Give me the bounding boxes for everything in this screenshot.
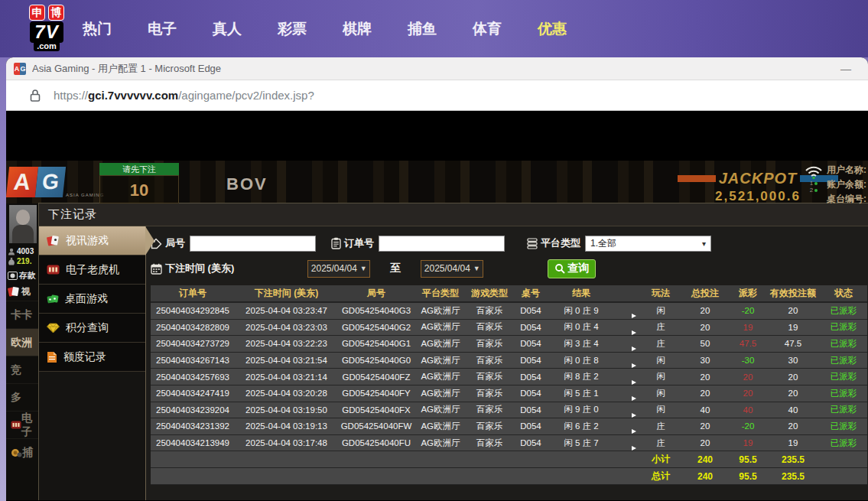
nav-item-live[interactable]: 真人 bbox=[213, 19, 242, 39]
site-logo[interactable]: 申 博 7V .com bbox=[17, 5, 76, 51]
platform-type-select[interactable]: 1.全部 ▾ bbox=[585, 236, 711, 252]
cell-game-type: 百家乐 bbox=[467, 388, 512, 399]
lobby-menu-kaka[interactable]: 卡卡 bbox=[6, 301, 38, 328]
window-title: Asia Gaming - 用户配置 1 - Microsoft Edge bbox=[32, 62, 831, 76]
cell-status: 已派彩 bbox=[820, 421, 867, 432]
lobby-balance-stat: 219. bbox=[6, 256, 38, 266]
url-prefix: https:// bbox=[54, 89, 88, 102]
cell-platform: AG欧洲厅 bbox=[414, 355, 467, 366]
cell-valid-bet: 19 bbox=[766, 323, 820, 332]
cell-status: 已派彩 bbox=[820, 438, 867, 449]
cell-valid-bet: 40 bbox=[766, 405, 820, 415]
lock-icon[interactable] bbox=[29, 89, 41, 102]
tab-points-query-label: 积分查询 bbox=[66, 321, 109, 335]
col-valid-bet: 有效投注额 bbox=[766, 287, 820, 300]
col-round: 局号 bbox=[338, 287, 414, 300]
grand-total-payout: 95.5 bbox=[730, 471, 766, 482]
nav-item-hot[interactable]: 热门 bbox=[83, 19, 112, 39]
round-number-input[interactable] bbox=[190, 236, 316, 252]
cell-round: GD054254040FY bbox=[338, 389, 414, 398]
cell-payout: 40 bbox=[730, 405, 766, 415]
cell-status: 已派彩 bbox=[820, 371, 867, 382]
lobby-users-value: 4003 bbox=[17, 247, 34, 255]
cell-platform: AG欧洲厅 bbox=[414, 305, 467, 317]
select-dropdown-arrow-icon: ▾ bbox=[702, 239, 706, 248]
lobby-menu-jing[interactable]: 竞 bbox=[6, 356, 38, 383]
cell-bet-time: 2025-04-04 03:20:28 bbox=[235, 389, 338, 398]
cell-bet-time: 2025-04-04 03:23:03 bbox=[235, 323, 338, 332]
side-menu-filler bbox=[39, 372, 145, 500]
cell-payout: 19 bbox=[730, 323, 766, 332]
tab-table-games-label: 桌面游戏 bbox=[65, 292, 108, 306]
logo-suffix: .com bbox=[34, 41, 60, 51]
cell-result: 闲 9 庄 0 bbox=[549, 404, 613, 415]
url-text[interactable]: https://gci.7vvvvvv.com/agingame/pcv2/in… bbox=[54, 89, 314, 102]
grand-total-label: 总计 bbox=[641, 470, 681, 483]
cell-bet-time: 2025-04-04 03:21:14 bbox=[235, 372, 338, 382]
tab-table-games[interactable]: 桌面游戏 bbox=[39, 285, 145, 314]
nav-item-lottery[interactable]: 彩票 bbox=[278, 19, 307, 39]
cell-play-type: 闲 bbox=[641, 305, 681, 317]
clipboard-icon bbox=[331, 237, 341, 249]
date-to-picker[interactable]: 2025/04/04 ▼ bbox=[421, 260, 483, 278]
cell-status: 已派彩 bbox=[820, 355, 867, 366]
cell-result: 闲 5 庄 1 bbox=[549, 388, 613, 399]
cell-total-bet: 20 bbox=[681, 323, 730, 332]
cell-valid-bet: 20 bbox=[766, 421, 820, 431]
wifi-icon bbox=[804, 164, 824, 180]
lobby-deposit-button[interactable]: 存款 bbox=[6, 268, 38, 282]
lobby-menu-fishing[interactable]: 捕 bbox=[6, 438, 38, 466]
lobby-menu-europe[interactable]: 欧洲 bbox=[6, 328, 38, 356]
calendar-icon bbox=[151, 263, 162, 275]
lobby-video-tab[interactable]: 视 bbox=[6, 282, 38, 301]
lobby-menu-duo[interactable]: 多 bbox=[6, 383, 38, 411]
cell-bet-time: 2025-04-04 03:19:13 bbox=[235, 421, 338, 431]
lobby-menu-slots[interactable]: 电子 bbox=[6, 411, 38, 438]
minimize-button[interactable]: — bbox=[831, 63, 860, 75]
date-range-to-label: 至 bbox=[390, 262, 401, 275]
tab-slot-machines[interactable]: 电子老虎机 bbox=[39, 255, 145, 285]
nav-item-fishing[interactable]: 捕鱼 bbox=[408, 19, 437, 39]
col-game-type: 游戏类型 bbox=[467, 287, 512, 300]
col-platform: 平台类型 bbox=[414, 287, 467, 300]
date-from-picker[interactable]: 2025/04/04 ▼ bbox=[307, 260, 370, 278]
cell-order: 250404034213949 bbox=[151, 438, 235, 447]
gem-icon bbox=[47, 323, 60, 333]
cell-status: 已派彩 bbox=[820, 305, 867, 317]
nav-item-promos[interactable]: 优惠 bbox=[538, 19, 567, 39]
cell-bet-time: 2025-04-04 03:23:47 bbox=[235, 306, 338, 315]
cell-order: 250404034231392 bbox=[151, 421, 235, 431]
avatar[interactable] bbox=[9, 205, 37, 243]
cell-order: 250404034267143 bbox=[151, 356, 235, 365]
cell-total-bet: 20 bbox=[681, 421, 730, 431]
cell-table: D054 bbox=[512, 421, 549, 431]
logo-badge-2: 博 bbox=[48, 5, 64, 21]
bet-time-label: 下注时间 (美东) bbox=[151, 262, 234, 275]
cell-total-bet: 20 bbox=[681, 306, 730, 315]
nav-item-boardgames[interactable]: 棋牌 bbox=[343, 19, 372, 39]
cell-game-type: 百家乐 bbox=[467, 305, 512, 317]
cell-table: D054 bbox=[512, 339, 549, 348]
col-play-type: 玩法 bbox=[641, 287, 681, 300]
tab-quota-records[interactable]: 额度记录 bbox=[39, 343, 145, 372]
order-number-input[interactable] bbox=[379, 236, 505, 252]
cell-round: GD054254040FX bbox=[338, 405, 414, 415]
search-button[interactable]: 查询 bbox=[548, 259, 596, 278]
browser-urlbar[interactable]: https://gci.7vvvvvv.com/agingame/pcv2/in… bbox=[6, 80, 868, 111]
cell-play-type: 庄 bbox=[641, 421, 681, 432]
cell-table: D054 bbox=[512, 356, 549, 365]
logo-badge-1: 申 bbox=[29, 5, 45, 21]
cell-order: 250404034282809 bbox=[151, 323, 235, 332]
cell-game-type: 百家乐 bbox=[467, 355, 512, 366]
tab-points-query[interactable]: 积分查询 bbox=[39, 314, 145, 343]
cell-result: 闲 0 庄 4 bbox=[549, 321, 613, 333]
tab-video-games[interactable]: 视讯游戏 bbox=[39, 226, 145, 255]
signal-dot-green bbox=[814, 182, 818, 185]
nav-item-slots[interactable]: 电子 bbox=[148, 19, 177, 39]
platform-type-label: 平台类型 bbox=[527, 236, 580, 250]
nav-item-sports[interactable]: 体育 bbox=[473, 19, 502, 39]
modal-side-menu: 视讯游戏 电子老虎机 桌面游戏 bbox=[39, 226, 146, 500]
cell-result: 闲 8 庄 2 bbox=[549, 371, 613, 382]
ag-logo-subtitle: ASIA GAMING bbox=[66, 193, 104, 197]
cell-bet-time: 2025-04-04 03:19:50 bbox=[235, 405, 338, 415]
